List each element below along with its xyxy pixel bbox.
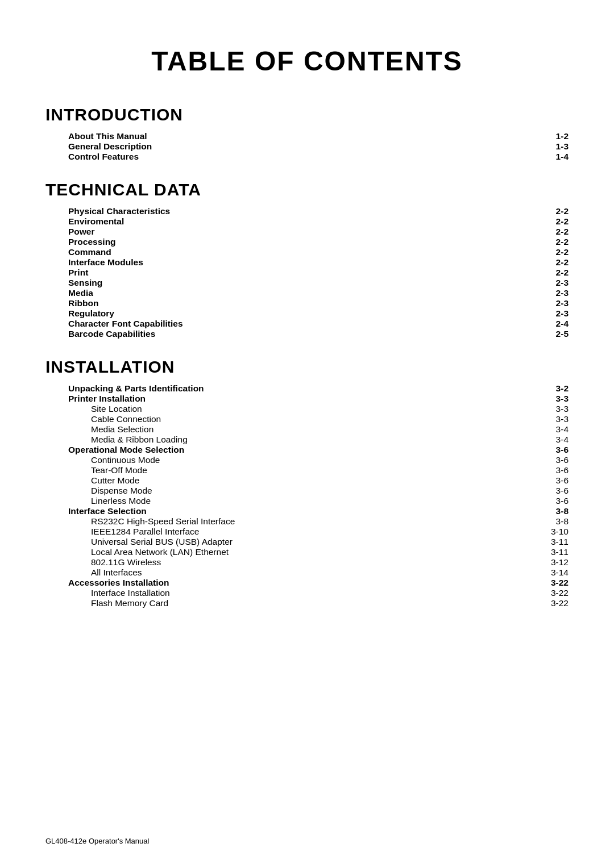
entry-label: Command: [45, 247, 111, 257]
entry-label: Interface Modules: [45, 257, 143, 268]
page-title: TABLE OF CONTENTS: [45, 45, 569, 77]
entry-label: General Description: [45, 141, 152, 152]
list-item: 802.11G Wireless3-12: [45, 557, 569, 567]
entry-page: 3-10: [546, 527, 569, 537]
entry-page: 2-3: [546, 288, 569, 298]
list-item: Flash Memory Card3-22: [45, 598, 569, 608]
entry-label: Control Features: [45, 152, 139, 162]
entry-page: 1-2: [546, 131, 569, 141]
list-item: Command2-2: [45, 247, 569, 257]
entry-page: 3-6: [546, 445, 569, 455]
entry-label: Barcode Capabilities: [45, 329, 155, 339]
entry-page: 2-2: [546, 216, 569, 227]
entry-page: 3-6: [546, 496, 569, 506]
entry-page: 3-6: [546, 486, 569, 496]
entry-page: 3-12: [546, 557, 569, 567]
entry-label: Cable Connection: [45, 414, 161, 424]
entry-label: Print: [45, 268, 88, 278]
entry-page: 3-22: [546, 588, 569, 598]
entry-label: Printer Installation: [45, 394, 146, 404]
entry-page: 3-6: [546, 455, 569, 465]
list-item: Enviromental2-2: [45, 216, 569, 227]
entry-label: Local Area Network (LAN) Ethernet: [45, 547, 229, 557]
entry-label: Cutter Mode: [45, 475, 139, 486]
entry-label: 802.11G Wireless: [45, 557, 161, 567]
list-item: Cable Connection3-3: [45, 414, 569, 424]
entry-label: Character Font Capabilities: [45, 319, 183, 329]
entry-label: Interface Selection: [45, 506, 147, 516]
entry-page: 2-5: [546, 329, 569, 339]
entry-page: 3-3: [546, 404, 569, 414]
section-1: TECHNICAL DATAPhysical Characteristics2-…: [45, 180, 569, 339]
entry-page: 3-11: [546, 547, 569, 557]
list-item: Tear-Off Mode3-6: [45, 465, 569, 475]
entry-label: Universal Serial BUS (USB) Adapter: [45, 537, 233, 547]
entry-label: Power: [45, 227, 95, 237]
entry-page: 2-2: [546, 237, 569, 247]
entry-page: 2-2: [546, 268, 569, 278]
footer-text: GL408-412e Operator's Manual: [45, 837, 149, 845]
entry-label: Physical Characteristics: [45, 206, 170, 216]
section-heading-1: TECHNICAL DATA: [45, 180, 569, 199]
entry-label: All Interfaces: [45, 567, 142, 578]
entry-label: RS232C High-Speed Serial Interface: [45, 516, 235, 527]
entry-label: Media & Ribbon Loading: [45, 435, 188, 445]
list-item: Regulatory2-3: [45, 308, 569, 319]
entry-page: 1-3: [546, 141, 569, 152]
list-item: IEEE1284 Parallel Interface3-10: [45, 527, 569, 537]
entry-label: Operational Mode Selection: [45, 445, 184, 455]
entry-label: IEEE1284 Parallel Interface: [45, 527, 199, 537]
list-item: Media & Ribbon Loading3-4: [45, 435, 569, 445]
entry-page: 3-3: [546, 414, 569, 424]
entry-label: Sensing: [45, 278, 102, 288]
entry-page: 2-2: [546, 227, 569, 237]
entry-page: 2-2: [546, 257, 569, 268]
entry-page: 2-2: [546, 206, 569, 216]
entry-page: 3-22: [546, 598, 569, 608]
list-item: Linerless Mode3-6: [45, 496, 569, 506]
list-item: Barcode Capabilities2-5: [45, 329, 569, 339]
entry-page: 2-3: [546, 278, 569, 288]
list-item: Interface Selection3-8: [45, 506, 569, 516]
entry-label: Enviromental: [45, 216, 124, 227]
entry-label: Continuous Mode: [45, 455, 160, 465]
entry-page: 2-3: [546, 308, 569, 319]
list-item: General Description1-3: [45, 141, 569, 152]
list-item: Unpacking & Parts Identification3-2: [45, 383, 569, 394]
entry-label: About This Manual: [45, 131, 147, 141]
entry-label: Processing: [45, 237, 116, 247]
list-item: Universal Serial BUS (USB) Adapter3-11: [45, 537, 569, 547]
entry-page: 2-4: [546, 319, 569, 329]
entry-label: Linerless Mode: [45, 496, 151, 506]
list-item: Interface Installation3-22: [45, 588, 569, 598]
list-item: Continuous Mode3-6: [45, 455, 569, 465]
entry-label: Ribbon: [45, 298, 98, 308]
section-0: INTRODUCTIONAbout This Manual1-2General …: [45, 105, 569, 162]
list-item: Site Location3-3: [45, 404, 569, 414]
entry-label: Media: [45, 288, 93, 298]
entry-page: 3-11: [546, 537, 569, 547]
list-item: Ribbon2-3: [45, 298, 569, 308]
section-2: INSTALLATIONUnpacking & Parts Identifica…: [45, 357, 569, 608]
entry-page: 3-3: [546, 394, 569, 404]
list-item: Sensing2-3: [45, 278, 569, 288]
entry-label: Accessories Installation: [45, 578, 169, 588]
entry-page: 3-6: [546, 475, 569, 486]
entry-label: Tear-Off Mode: [45, 465, 147, 475]
section-heading-2: INSTALLATION: [45, 357, 569, 377]
entry-page: 3-22: [546, 578, 569, 588]
list-item: Print2-2: [45, 268, 569, 278]
entry-label: Interface Installation: [45, 588, 170, 598]
list-item: Accessories Installation3-22: [45, 578, 569, 588]
list-item: RS232C High-Speed Serial Interface3-8: [45, 516, 569, 527]
entry-page: 3-4: [546, 424, 569, 435]
entry-page: 3-6: [546, 465, 569, 475]
list-item: Physical Characteristics2-2: [45, 206, 569, 216]
entry-page: 2-2: [546, 247, 569, 257]
entry-label: Site Location: [45, 404, 142, 414]
list-item: Dispense Mode3-6: [45, 486, 569, 496]
entry-page: 3-14: [546, 567, 569, 578]
list-item: Interface Modules2-2: [45, 257, 569, 268]
section-heading-0: INTRODUCTION: [45, 105, 569, 124]
list-item: Power2-2: [45, 227, 569, 237]
